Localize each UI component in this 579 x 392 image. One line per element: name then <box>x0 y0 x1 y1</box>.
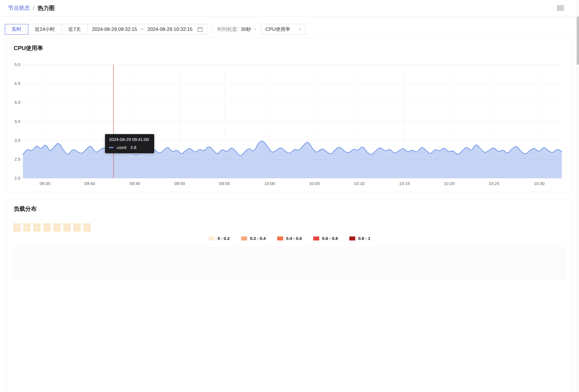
svg-text:3.5: 3.5 <box>14 119 20 124</box>
scrollbar-thumb[interactable] <box>577 16 579 65</box>
granularity-control[interactable]: 时间粒度: 30秒 ▼ <box>217 26 257 33</box>
load-distribution-card: 负载分布 ✓✓✓ 0 - 0.20.2 - 0.40.4 - 0.60.6 - … <box>6 198 573 392</box>
legend-label: 0.4 - 0.6 <box>286 236 302 241</box>
heatmap-cell[interactable] <box>73 223 81 232</box>
chevron-down-icon: ▼ <box>254 28 257 31</box>
scrollbar-track <box>576 0 579 392</box>
legend-item[interactable]: 0 - 0.2 <box>209 236 230 241</box>
svg-text:3.0: 3.0 <box>14 138 20 143</box>
calendar-icon <box>197 27 203 32</box>
tooltip-series-name: used: <box>117 145 127 150</box>
svg-text:10:10: 10:10 <box>354 181 365 186</box>
svg-text:10:20: 10:20 <box>444 181 455 186</box>
realtime-button[interactable]: 实时 <box>5 24 28 35</box>
breadcrumb-link-node-status[interactable]: 节点状态 <box>8 4 30 12</box>
legend-item[interactable]: 0.4 - 0.6 <box>277 236 302 241</box>
legend-swatch <box>277 236 283 240</box>
heatmap-cell[interactable] <box>43 223 51 232</box>
svg-text:10:15: 10:15 <box>399 181 410 186</box>
legend-swatch <box>313 236 319 240</box>
heatmap-cell[interactable] <box>53 223 61 232</box>
heatmap-cell[interactable] <box>83 223 91 232</box>
legend-swatch <box>349 236 355 240</box>
heatmap-cell-row: ✓✓✓ <box>13 223 91 232</box>
svg-text:09:50: 09:50 <box>174 181 185 186</box>
svg-text:09:55: 09:55 <box>219 181 230 186</box>
svg-text:10:05: 10:05 <box>309 181 320 186</box>
legend-label: 0.8 - 1 <box>358 236 370 241</box>
svg-text:5.0: 5.0 <box>14 62 20 67</box>
chart-tooltip: 2024-08-29 09:41:00 used: 2.8 <box>105 134 154 153</box>
toolbar: 实时 近24小时 近7天 2024-08-29 09:32:15 ~ 2024-… <box>5 24 306 35</box>
date-separator: ~ <box>141 27 144 32</box>
svg-text:09:45: 09:45 <box>130 181 140 186</box>
legend-item[interactable]: 0.6 - 0.8 <box>313 236 338 241</box>
cpu-card-title: CPU使用率 <box>14 44 43 52</box>
legend-item[interactable]: 0.8 - 1 <box>349 236 370 241</box>
legend-item[interactable]: 0.2 - 0.4 <box>241 236 266 241</box>
check-icon: ✓ <box>25 225 29 230</box>
legend-label: 0.6 - 0.8 <box>322 236 338 241</box>
legend-label: 0 - 0.2 <box>217 236 230 241</box>
load-card-title: 负载分布 <box>14 205 37 213</box>
breadcrumb: 节点状态 / 热力图 <box>8 4 55 12</box>
time-range-segment: 实时 近24小时 近7天 2024-08-29 09:32:15 ~ 2024-… <box>5 24 207 35</box>
svg-text:4.0: 4.0 <box>14 100 20 105</box>
date-end: 2024-08-29 10:32:15 <box>147 27 193 32</box>
svg-text:09:40: 09:40 <box>84 181 95 186</box>
cpu-usage-chart[interactable]: 09:3509:4009:4509:5009:5510:0010:0510:10… <box>7 58 572 191</box>
date-range-picker[interactable]: 2024-08-29 09:32:15 ~ 2024-08-29 10:32:1… <box>87 24 207 35</box>
granularity-label: 时间粒度: <box>217 26 238 33</box>
heatmap-canvas[interactable] <box>13 247 566 280</box>
metric-select[interactable]: CPU使用率 ▼ <box>261 24 306 35</box>
last-24h-button[interactable]: 近24小时 <box>28 24 62 35</box>
svg-text:10:00: 10:00 <box>264 181 275 186</box>
toolbar-divider <box>212 26 213 33</box>
svg-text:10:30: 10:30 <box>534 181 545 186</box>
layout-list-icon[interactable] <box>557 5 564 11</box>
svg-text:2.5: 2.5 <box>14 157 20 162</box>
heatmap-cell[interactable] <box>63 223 71 232</box>
svg-text:2.0: 2.0 <box>14 176 20 180</box>
metric-select-value: CPU使用率 <box>265 26 290 33</box>
heatmap-cell[interactable]: ✓ <box>33 223 41 232</box>
tooltip-time: 2024-08-29 09:41:00 <box>109 137 150 142</box>
page-title: 热力图 <box>37 4 55 12</box>
breadcrumb-separator: / <box>33 5 34 11</box>
granularity-value: 30秒 <box>241 26 251 33</box>
chevron-down-icon: ▼ <box>299 28 302 31</box>
heatmap-cell[interactable]: ✓ <box>23 223 31 232</box>
svg-text:09:35: 09:35 <box>39 181 50 186</box>
last-7d-button[interactable]: 近7天 <box>62 24 88 35</box>
series-marker-icon <box>109 147 114 148</box>
legend-swatch <box>241 236 247 240</box>
header: 节点状态 / 热力图 <box>0 0 579 16</box>
legend-swatch <box>209 236 215 240</box>
svg-text:4.5: 4.5 <box>14 81 20 86</box>
svg-text:10:25: 10:25 <box>489 181 499 186</box>
date-start: 2024-08-29 09:32:15 <box>92 27 137 32</box>
check-icon: ✓ <box>15 225 19 230</box>
legend-label: 0.2 - 0.4 <box>250 236 266 241</box>
heatmap-cell[interactable]: ✓ <box>13 223 21 232</box>
tooltip-value: 2.8 <box>130 145 136 150</box>
cpu-usage-card: CPU使用率 09:3509:4009:4509:5009:5510:0010:… <box>6 38 573 192</box>
check-icon: ✓ <box>35 225 39 230</box>
load-legend: 0 - 0.20.2 - 0.40.4 - 0.60.6 - 0.80.8 - … <box>6 236 573 241</box>
